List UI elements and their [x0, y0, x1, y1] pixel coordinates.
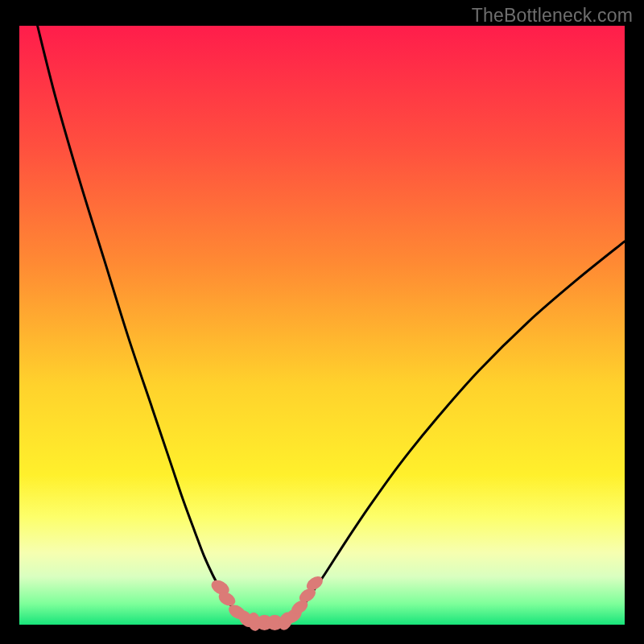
plot-background — [19, 26, 625, 625]
watermark-text: TheBottleneck.com — [472, 5, 633, 27]
bottleneck-curve-chart — [0, 0, 644, 644]
chart-stage: TheBottleneck.com — [0, 0, 644, 644]
